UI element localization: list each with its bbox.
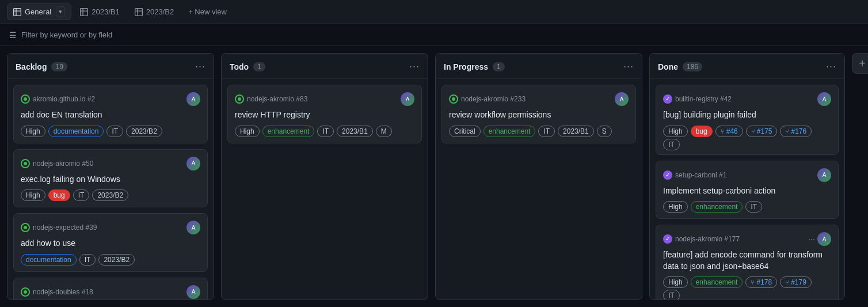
tab-2023b1-label: 2023/B1 bbox=[92, 7, 119, 16]
column-inprogress-title: In Progress bbox=[444, 62, 488, 71]
card-done-2: setup-carboni #1 A Implement setup-carbo… bbox=[656, 161, 839, 219]
avatar-backlog-4: A bbox=[186, 285, 200, 299]
new-view-button[interactable]: + New view bbox=[182, 5, 233, 18]
tag-pr-175[interactable]: ⑂#175 bbox=[746, 126, 778, 137]
tab-bar: General ▾ 2023/B1 2023/B2 + New view bbox=[0, 0, 868, 24]
column-backlog-title-group: Backlog 19 bbox=[16, 62, 67, 71]
table-icon-2 bbox=[80, 8, 88, 16]
tag-it-done-3: IT bbox=[663, 290, 680, 300]
card-backlog-1-repo: akromio.github.io #2 bbox=[21, 94, 95, 104]
status-open-icon-ip bbox=[449, 94, 458, 104]
column-inprogress-title-group: In Progress 1 bbox=[444, 62, 505, 71]
tab-2023b1[interactable]: 2023/B1 bbox=[74, 5, 125, 19]
card-done-3-repo: nodejs-akromio #177 bbox=[663, 234, 740, 244]
card-done-1-repo: builtin-registry #42 bbox=[663, 94, 732, 104]
tag-documentation: documentation bbox=[48, 126, 104, 137]
tag-m-todo: M bbox=[376, 126, 392, 137]
column-todo-header: Todo 1 ··· bbox=[222, 54, 428, 79]
tag-bug: bug bbox=[48, 189, 70, 201]
tag-enhancement-done-2: enhancement bbox=[691, 201, 743, 213]
tag-pr-176[interactable]: ⑂#176 bbox=[780, 126, 812, 137]
card-done-2-title: Implement setup-carboni action bbox=[663, 185, 831, 197]
tag-high-done-3: High bbox=[663, 276, 688, 288]
tag-pr-178[interactable]: ⑂#178 bbox=[745, 276, 777, 288]
tab-general-dropdown[interactable]: ▾ bbox=[56, 6, 65, 17]
pr-icon: ⑂ bbox=[721, 128, 725, 135]
column-backlog-count: 19 bbox=[51, 62, 67, 71]
column-todo: Todo 1 ··· nodejs-akromio #83 A review H… bbox=[221, 53, 428, 300]
column-backlog-header: Backlog 19 ··· bbox=[7, 54, 214, 79]
column-todo-title-group: Todo 1 bbox=[230, 62, 265, 71]
card-backlog-1-tags: High documentation IT 2023/B2 bbox=[21, 126, 200, 137]
column-todo-body: nodejs-akromio #83 A review HTTP registr… bbox=[222, 79, 428, 300]
avatar-inprogress-1: A bbox=[615, 92, 629, 106]
card-done-3: nodejs-akromio #177 ··· A [feature] add … bbox=[656, 225, 839, 300]
status-open-icon-3 bbox=[21, 223, 30, 232]
tag-pr-46[interactable]: ⑂#46 bbox=[715, 126, 743, 137]
card-backlog-2-title: exec.log failing on Windows bbox=[21, 174, 200, 185]
tag-s: S bbox=[597, 126, 612, 137]
card-todo-1-repo: nodejs-akromio #83 bbox=[235, 94, 307, 104]
status-open-icon bbox=[21, 94, 30, 104]
filter-text[interactable]: Filter by keyword or by field bbox=[21, 31, 112, 39]
column-todo-title: Todo bbox=[230, 62, 249, 71]
card-backlog-1: akromio.github.io #2 A add doc EN transl… bbox=[13, 85, 208, 143]
status-done-icon-1 bbox=[663, 94, 672, 104]
column-inprogress-menu[interactable]: ··· bbox=[623, 60, 634, 73]
card-backlog-4: nodejs-doubles #18 A update use doc bbox=[13, 278, 208, 300]
card-inprogress-1-tags: Critical enhancement IT 2023/B1 S bbox=[449, 126, 629, 137]
card-backlog-2: nodejs-akromio #50 A exec.log failing on… bbox=[13, 149, 208, 208]
card-inprogress-1-repo: nodejs-akromio #233 bbox=[449, 94, 526, 104]
column-backlog-title: Backlog bbox=[16, 62, 47, 71]
avatar-backlog-3: A bbox=[186, 221, 200, 234]
card-done-2-tags: High enhancement IT bbox=[663, 201, 831, 213]
column-backlog: Backlog 19 ··· akromio.github.io #2 A ad… bbox=[7, 53, 214, 300]
tag-enhancement-done-3: enhancement bbox=[691, 276, 743, 288]
tag-it-2: IT bbox=[73, 189, 90, 201]
tag-it-ip: IT bbox=[538, 126, 555, 137]
status-done-icon-3 bbox=[663, 234, 672, 244]
card-backlog-2-repo: nodejs-akromio #50 bbox=[21, 159, 93, 168]
card-backlog-3: nodejs-expected #39 A add how to use doc… bbox=[13, 213, 208, 272]
tag-critical: Critical bbox=[449, 126, 481, 137]
pr-icon-2: ⑂ bbox=[751, 128, 755, 135]
tag-enhancement-todo: enhancement bbox=[262, 126, 315, 137]
column-done-title: Done bbox=[658, 62, 678, 71]
card-backlog-1-title: add doc EN translation bbox=[21, 109, 200, 121]
pr-icon-5: ⑂ bbox=[785, 279, 789, 286]
avatar-done-1: A bbox=[817, 92, 831, 106]
card-done-3-more[interactable]: ··· bbox=[808, 234, 815, 244]
tag-high-todo: High bbox=[235, 126, 260, 137]
card-done-3-title: [feature] add encode command for transfo… bbox=[663, 249, 831, 272]
avatar-todo-1: A bbox=[401, 92, 414, 106]
column-done-count: 186 bbox=[683, 62, 702, 71]
tag-2023b2-2: 2023/B2 bbox=[92, 189, 128, 201]
tag-it-todo: IT bbox=[317, 126, 334, 137]
tag-documentation-2: documentation bbox=[21, 254, 77, 266]
table-icon bbox=[13, 8, 21, 16]
filter-icon: ☰ bbox=[9, 31, 17, 40]
tab-general[interactable]: General ▾ bbox=[7, 3, 71, 20]
tag-it-done-2: IT bbox=[745, 201, 762, 213]
column-todo-menu[interactable]: ··· bbox=[409, 60, 420, 73]
status-open-icon-2 bbox=[21, 159, 30, 168]
card-done-2-repo: setup-carboni #1 bbox=[663, 170, 726, 180]
card-inprogress-1: nodejs-akromio #233 A review workflow pe… bbox=[441, 85, 636, 143]
tag-high-2: High bbox=[21, 189, 45, 201]
tag-pr-179[interactable]: ⑂#179 bbox=[780, 276, 812, 288]
add-column-button[interactable]: + bbox=[852, 53, 868, 74]
card-backlog-3-repo: nodejs-expected #39 bbox=[21, 223, 97, 232]
tag-2023b1-todo: 2023/B1 bbox=[337, 126, 373, 137]
card-done-1-tags: High bug ⑂#46 ⑂#175 ⑂#176 bbox=[663, 126, 831, 137]
card-done-3-tags: High enhancement ⑂#178 ⑂#179 bbox=[663, 276, 831, 288]
tab-2023b2[interactable]: 2023/B2 bbox=[128, 5, 180, 19]
column-backlog-menu[interactable]: ··· bbox=[195, 60, 205, 73]
column-done-header: Done 186 ··· bbox=[650, 54, 844, 79]
card-todo-1-tags: High enhancement IT 2023/B1 M bbox=[235, 126, 414, 137]
tag-it-3: IT bbox=[79, 254, 96, 266]
avatar-done-2: A bbox=[817, 168, 831, 182]
card-inprogress-1-title: review workflow permissions bbox=[449, 109, 629, 121]
column-inprogress-count: 1 bbox=[493, 62, 505, 71]
pr-icon-4: ⑂ bbox=[751, 279, 755, 286]
column-done-menu[interactable]: ··· bbox=[826, 60, 836, 73]
